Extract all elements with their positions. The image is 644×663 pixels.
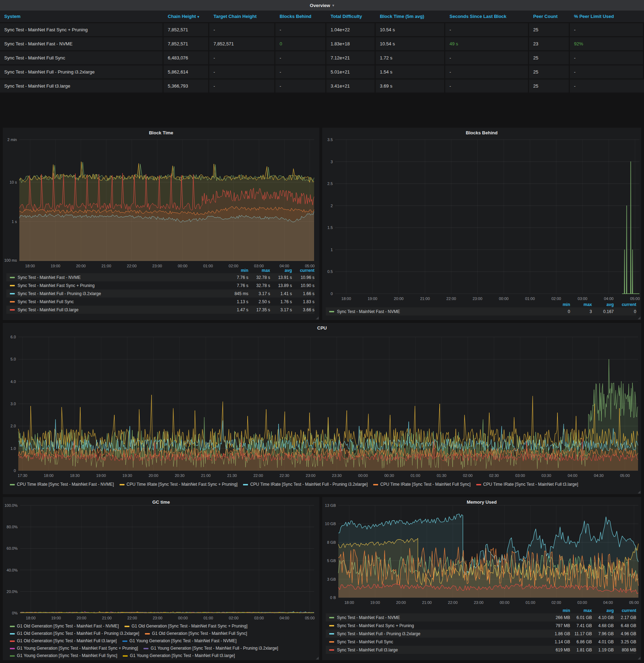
cell-target-chain-height: - bbox=[209, 23, 275, 37]
stat-min: 266 MB bbox=[539, 615, 570, 620]
gc-time-chart[interactable]: 18:0019:0020:0021:0022:0023:0000:0001:00… bbox=[3, 497, 319, 621]
column-header-peer-limit-used[interactable]: % Peer Limit Used bbox=[570, 11, 644, 23]
svg-text:04:00: 04:00 bbox=[568, 473, 578, 478]
legend-item[interactable]: Sync Test - MainNet Fast Sync + Pruning … bbox=[6, 281, 314, 289]
row-header-overview[interactable]: Overview ▾ bbox=[0, 0, 644, 11]
legend-item[interactable]: G1 Old Generation [Sync Test - MainNet F… bbox=[125, 623, 248, 630]
legend-item[interactable]: G1 Old Generation [Sync Test - MainNet F… bbox=[145, 630, 247, 637]
legend-item[interactable]: Sync Test - MainNet Full - Pruning i3.2x… bbox=[326, 630, 636, 638]
svg-text:05:00: 05:00 bbox=[620, 473, 630, 478]
svg-text:05:00: 05:00 bbox=[630, 297, 640, 301]
legend-item[interactable]: G1 Young Generation [Sync Test - MainNet… bbox=[10, 652, 117, 659]
legend-item[interactable]: G1 Young Generation [Sync Test - MainNet… bbox=[10, 645, 138, 652]
legend-item[interactable]: G1 Old Generation [Sync Test - MainNet F… bbox=[10, 630, 139, 637]
cell-seconds-since-last-block: - bbox=[445, 51, 529, 65]
series-label: G1 Young Generation [Sync Test - MainNet… bbox=[129, 638, 237, 644]
svg-text:20:30: 20:30 bbox=[175, 473, 185, 478]
legend-item[interactable]: CPU Time IRate [Sync Test - MainNet Fast… bbox=[120, 481, 238, 488]
svg-text:0%: 0% bbox=[12, 611, 18, 615]
legend-header-current: current bbox=[614, 608, 636, 613]
series-color-swatch bbox=[243, 484, 248, 485]
series-label: CPU Time IRate [Sync Test - MainNet Full… bbox=[250, 481, 368, 488]
stat-current: 3.25 GB bbox=[614, 639, 636, 644]
stat-min: 1.86 GB bbox=[539, 631, 570, 636]
panel-title[interactable]: Block Time bbox=[3, 130, 319, 135]
legend-item[interactable]: G1 Old Generation [Sync Test - MainNet F… bbox=[10, 638, 117, 644]
svg-text:02:00: 02:00 bbox=[551, 297, 561, 301]
svg-text:18:00: 18:00 bbox=[44, 473, 54, 478]
series-color-swatch bbox=[10, 293, 15, 294]
legend-item[interactable]: CPU Time IRate [Sync Test - MainNet Full… bbox=[476, 481, 578, 488]
cell-peer-count: 23 bbox=[529, 37, 570, 51]
stat-avg: 13.89 s bbox=[270, 283, 292, 288]
svg-text:21:00: 21:00 bbox=[422, 600, 432, 605]
legend-item[interactable]: Sync Test - MainNet Fast - NVME 0 3 0.16… bbox=[326, 307, 636, 315]
legend-header-min: min bbox=[539, 608, 570, 613]
column-header-chain-height[interactable]: Chain Height▾ bbox=[164, 11, 209, 23]
legend-item[interactable]: CPU Time IRate [Sync Test - MainNet Fast… bbox=[10, 481, 114, 488]
column-header-system[interactable]: System bbox=[0, 11, 164, 23]
column-header-peer-count[interactable]: Peer Count bbox=[529, 11, 570, 23]
svg-text:2.0: 2.0 bbox=[11, 424, 16, 428]
cell-peer-count: 25 bbox=[529, 79, 570, 94]
series-label: Sync Test - MainNet Fast - NVME bbox=[337, 615, 539, 620]
stat-current: 4.96 GB bbox=[614, 631, 636, 636]
stat-max: 3.17 s bbox=[248, 291, 270, 296]
legend-item[interactable]: G1 Young Generation [Sync Test - MainNet… bbox=[122, 638, 237, 644]
series-color-swatch bbox=[10, 633, 15, 635]
panel-blocks-behind: Blocks Behind 18:0019:0020:0021:0022:002… bbox=[322, 128, 641, 320]
legend-item[interactable]: G1 Young Generation [Sync Test - MainNet… bbox=[123, 652, 235, 659]
block-time-chart[interactable]: 18:0019:0020:0021:0022:0023:0000:0001:00… bbox=[3, 128, 319, 270]
svg-text:02:00: 02:00 bbox=[229, 616, 239, 620]
series-color-swatch bbox=[10, 484, 15, 485]
row-title: Overview bbox=[310, 3, 330, 8]
legend-item[interactable]: Sync Test - MainNet Fast - NVME 7.76 s 3… bbox=[6, 273, 314, 281]
series-color-swatch bbox=[10, 655, 15, 657]
blocks-behind-chart[interactable]: 18:0019:0020:0021:0022:0023:0000:0001:00… bbox=[322, 128, 641, 302]
legend-item[interactable]: Sync Test - MainNet Full - Pruning i3.2x… bbox=[6, 289, 314, 298]
memory-used-chart[interactable]: 18:0019:0020:0021:0022:0023:0000:0001:00… bbox=[322, 497, 641, 606]
legend-item[interactable]: G1 Old Generation [Sync Test - MainNet F… bbox=[10, 623, 119, 630]
legend-item[interactable]: Sync Test - MainNet Full Sync 1.13 s 2.5… bbox=[6, 298, 314, 306]
stat-min: 1.14 GB bbox=[539, 639, 570, 644]
stat-avg: 4.68 GB bbox=[592, 623, 614, 628]
series-color-swatch bbox=[122, 640, 127, 642]
panel-title[interactable]: CPU bbox=[3, 325, 641, 331]
panel-title[interactable]: Memory Used bbox=[322, 499, 641, 505]
series-color-swatch bbox=[476, 484, 481, 485]
svg-text:1.5: 1.5 bbox=[327, 225, 333, 230]
column-header-blocks-behind[interactable]: Blocks Behind bbox=[275, 11, 326, 23]
series-label: G1 Young Generation [Sync Test - MainNet… bbox=[17, 652, 117, 659]
column-header-total-difficulty[interactable]: Total Difficulty bbox=[326, 11, 376, 23]
panel-title[interactable]: Blocks Behind bbox=[322, 130, 641, 135]
panel-title[interactable]: GC time bbox=[3, 499, 319, 505]
stat-min: 7.76 s bbox=[217, 275, 248, 280]
cpu-chart[interactable]: 17:3018:0018:3019:0019:3020:0020:3021:00… bbox=[3, 323, 641, 479]
svg-text:02:00: 02:00 bbox=[551, 600, 561, 605]
series-color-swatch bbox=[329, 633, 334, 635]
legend-item[interactable]: Sync Test - MainNet Full t3.large 619 MB… bbox=[326, 646, 636, 654]
svg-text:20:00: 20:00 bbox=[149, 473, 159, 478]
legend-item[interactable]: Sync Test - MainNet Fast - NVME 266 MB 6… bbox=[326, 613, 636, 621]
legend-item[interactable]: CPU Time IRate [Sync Test - MainNet Full… bbox=[373, 481, 471, 488]
column-header-target-chain-height[interactable]: Target Chain Height bbox=[209, 11, 275, 23]
cell-chain-height: 7,852,571 bbox=[164, 23, 209, 37]
legend-header-max: max bbox=[570, 302, 592, 307]
series-color-swatch bbox=[10, 648, 15, 649]
legend-header-avg: avg bbox=[592, 608, 614, 613]
legend-header-current: current bbox=[292, 268, 314, 273]
column-header-block-time[interactable]: Block Time (5m avg) bbox=[376, 11, 445, 23]
legend-item[interactable]: Sync Test - MainNet Full Sync 1.14 GB 6.… bbox=[326, 638, 636, 646]
legend-item[interactable]: Sync Test - MainNet Full t3.large 1.47 s… bbox=[6, 306, 314, 314]
legend-item[interactable]: G1 Young Generation [Sync Test - MainNet… bbox=[144, 645, 278, 652]
series-label: Sync Test - MainNet Fast Sync + Pruning bbox=[337, 623, 539, 628]
svg-text:03:00: 03:00 bbox=[254, 616, 264, 620]
legend-item[interactable]: CPU Time IRate [Sync Test - MainNet Full… bbox=[243, 481, 368, 488]
svg-text:2: 2 bbox=[331, 204, 333, 208]
stat-min: 7.76 s bbox=[217, 283, 248, 288]
cell-peer-limit-used: - bbox=[570, 65, 644, 79]
column-header-seconds-since-last-block[interactable]: Seconds Since Last Block bbox=[445, 11, 529, 23]
legend-item[interactable]: Sync Test - MainNet Fast Sync + Pruning … bbox=[326, 621, 636, 630]
svg-text:5.0: 5.0 bbox=[11, 357, 16, 361]
svg-text:05:00: 05:00 bbox=[629, 600, 639, 605]
